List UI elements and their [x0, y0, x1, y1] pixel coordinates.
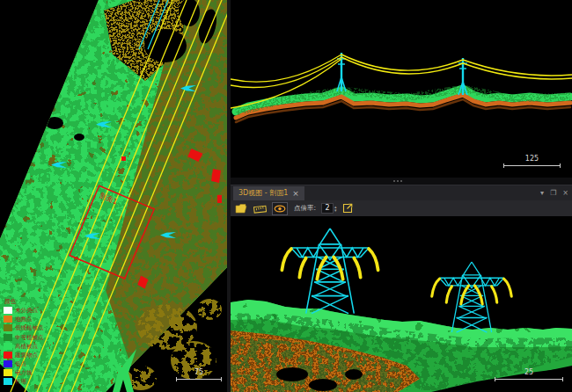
legend-item: 高植被点	[4, 342, 44, 350]
legend-item: 建筑物点	[4, 351, 44, 359]
legend-swatch	[4, 360, 12, 367]
legend-swatch	[4, 324, 12, 331]
eye-icon	[274, 204, 286, 214]
panel-close-icon[interactable]: ×	[562, 190, 568, 197]
export-view-button[interactable]	[341, 202, 354, 215]
panel-float-icon[interactable]: ❐	[550, 190, 556, 197]
point-scale-label: 点倍率:	[294, 204, 316, 213]
view3d-viewport[interactable]: 25	[231, 216, 572, 392]
legend-item: 未分类点	[4, 307, 44, 315]
pointcloud-app-window: 剖面1 颜色 未分类点 地面点 低矮植被点 中等植被点 高植被点	[0, 0, 572, 392]
tab-3d-view-section1[interactable]: 3D视图 - 剖面1 ×	[233, 186, 304, 200]
view3d-scalebar: 25	[495, 368, 563, 381]
panel-menu-icon[interactable]: ▾	[540, 190, 544, 197]
view3d-tabbar: 3D视图 - 剖面1 × ▾ ❐ ×	[231, 185, 572, 200]
spin-down-icon[interactable]: ▾	[334, 208, 337, 212]
map-scalebar-value: 75	[176, 368, 222, 376]
export-icon	[342, 203, 353, 214]
profile-scalebar-value: 125	[503, 155, 561, 163]
view3d-canvas	[231, 216, 572, 392]
tab-close-icon[interactable]: ×	[292, 190, 299, 197]
splitter-handle[interactable]	[393, 180, 402, 182]
ruler-icon	[253, 204, 267, 214]
tab-title: 3D视图 - 剖面1	[238, 188, 288, 198]
view3d-panel-chrome: 3D视图 - 剖面1 × ▾ ❐ ×	[231, 178, 572, 216]
legend-item: 低矮植被点	[4, 324, 44, 332]
view3d-toolbar: 点倍率: 2 ▴ ▾	[231, 200, 572, 216]
folder-icon	[235, 203, 247, 214]
legend-item: 电力线	[4, 369, 44, 377]
visibility-button[interactable]	[272, 202, 288, 215]
window-controls: ▾ ❐ ×	[540, 185, 568, 201]
view3d-tower-2	[432, 262, 511, 332]
map-viewport[interactable]: 剖面1 颜色 未分类点 地面点 低矮植被点 中等植被点 高植被点	[0, 0, 231, 392]
legend-swatch	[4, 343, 12, 350]
legend-swatch	[4, 307, 12, 314]
legend-item: 低点	[4, 360, 44, 368]
profile-canvas	[231, 0, 572, 178]
view3d-tower-1	[282, 229, 378, 314]
classification-legend: 颜色 未分类点 地面点 低矮植被点 中等植被点 高植被点 建筑物点	[4, 299, 44, 387]
legend-swatch	[4, 369, 12, 376]
save-view-button[interactable]	[234, 202, 248, 215]
point-scale-value[interactable]: 2	[321, 203, 334, 214]
legend-item: 地面点	[4, 316, 44, 323]
legend-swatch	[4, 316, 12, 323]
spinner-arrows: ▴ ▾	[334, 205, 337, 212]
legend-swatch	[4, 378, 12, 385]
legend-header: 颜色	[4, 299, 44, 305]
legend-swatch	[4, 334, 12, 341]
legend-item: 中等植被点	[4, 333, 44, 341]
legend-swatch	[4, 352, 12, 359]
legend-item: 杆塔	[4, 378, 44, 386]
view3d-scalebar-value: 25	[495, 368, 563, 376]
measure-button[interactable]	[253, 202, 268, 215]
profile-viewport[interactable]: 125	[231, 0, 572, 178]
point-scale-spinner[interactable]: 2 ▴ ▾	[321, 203, 337, 214]
map-scalebar: 75	[176, 368, 222, 381]
profile-scalebar: 125	[503, 155, 561, 168]
